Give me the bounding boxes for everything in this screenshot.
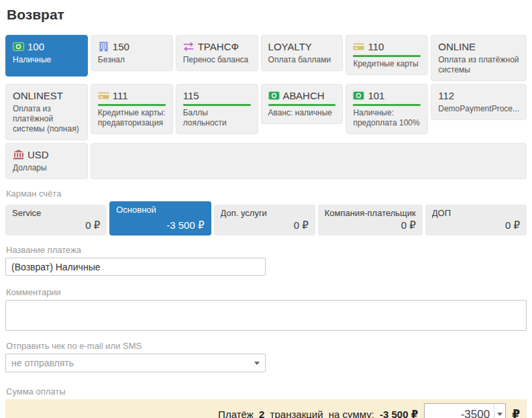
active-underline (353, 104, 421, 106)
tile-code: 115 (183, 89, 199, 102)
page-title: Возврат (7, 7, 527, 23)
transfer-arrows-icon (183, 42, 195, 52)
active-underline (353, 55, 421, 57)
tile-code: 100 (28, 40, 44, 53)
active-underline (183, 104, 251, 106)
active-underline (268, 104, 336, 106)
tile-subtitle: Оплата из платёжной системы (438, 55, 519, 75)
tile-subtitle: Доллары (13, 163, 81, 173)
sum-prefix: Платёж (218, 409, 254, 418)
tile-subtitle: Кредитные карты: предавторизация (98, 108, 166, 128)
tile-subtitle: DemoPaymentProce... (438, 104, 519, 114)
currency-symbol: ₽ (512, 407, 520, 418)
tile-code: USD (28, 148, 49, 161)
tile-subtitle: Оплата из платёжной системы (полная) (13, 104, 81, 134)
tile-code: 101 (368, 89, 384, 102)
tile-code: 150 (113, 40, 129, 53)
total-amount: -3 500 ₽ (380, 409, 418, 418)
tile-subtitle: Баллы лояльности (183, 108, 251, 128)
pocket-amount: 0 ₽ (432, 219, 520, 231)
payment-name-label: Название платежа (6, 245, 527, 255)
pocket-main[interactable]: Основной -3 500 ₽ (109, 201, 211, 236)
payment-method-tile-avansn[interactable]: АВАНСН Аванс: наличные (261, 84, 343, 124)
payment-method-tile-101[interactable]: 101 Наличные: предоплата 100% (345, 84, 428, 134)
cash-icon (353, 91, 364, 101)
pocket-service[interactable]: Service 0 ₽ (5, 205, 107, 236)
bank-icon (13, 150, 24, 160)
payment-method-tile-150[interactable]: 150 Безнал (91, 35, 173, 71)
payment-methods-grid: 100 Наличные 150 Безнал ТРАНСФ Перенос б… (5, 35, 527, 179)
transactions-word: транзакций (270, 409, 323, 418)
tile-code: 111 (113, 89, 128, 102)
pockets-label: Карман счёта (6, 189, 527, 199)
pocket-name: Доп. услуги (221, 208, 309, 218)
receipt-select[interactable]: не отправлять (5, 354, 266, 372)
pocket-dop[interactable]: ДОП 0 ₽ (425, 205, 527, 236)
sum-word: на сумму: (329, 409, 374, 418)
credit-card-icon (353, 42, 364, 52)
transaction-count: 2 (259, 409, 264, 418)
payment-method-tile-onlinest[interactable]: ONLINEST Оплата из платёжной системы (по… (5, 84, 88, 140)
tile-code: 112 (438, 89, 454, 102)
tile-code: LOYALTY (268, 40, 312, 53)
account-pockets: Service 0 ₽ Основной -3 500 ₽ Доп. услуг… (5, 201, 527, 236)
payment-method-tile-115[interactable]: 115 Баллы лояльности (176, 84, 258, 134)
tile-subtitle: Наличные: предоплата 100% (353, 108, 421, 128)
payment-method-tile-110[interactable]: 110 Кредитные карты (345, 35, 428, 75)
pocket-name: ДОП (432, 208, 520, 218)
tile-subtitle: Наличные (13, 55, 81, 65)
tile-subtitle: Перенос баланса (183, 55, 251, 65)
payment-name-input[interactable] (5, 258, 266, 276)
pocket-name: Service (12, 208, 100, 218)
building-icon (98, 42, 109, 52)
receipt-label: Отправить чек по e-mail или SMS (6, 341, 527, 351)
cash-icon (13, 42, 24, 52)
tile-code: ONLINEST (13, 89, 63, 102)
pocket-name: Компания-плательщик (325, 208, 416, 218)
chevron-down-icon (254, 362, 260, 365)
payment-method-tile-usd[interactable]: USD Доллары (5, 143, 88, 179)
active-underline (98, 104, 166, 106)
pocket-extra-services[interactable]: Доп. услуги 0 ₽ (214, 205, 315, 236)
empty-tile-area (91, 143, 527, 179)
tile-code: АВАНСН (283, 89, 325, 102)
receipt-selected-option: не отправлять (11, 358, 254, 368)
tile-code: ONLINE (438, 40, 476, 53)
comments-textarea[interactable] (5, 300, 527, 331)
chevron-down-icon (497, 413, 502, 416)
pocket-name: Основной (116, 205, 204, 215)
payment-method-tile-112[interactable]: 112 DemoPaymentProce... (431, 84, 527, 120)
pocket-amount: 0 ₽ (12, 219, 100, 231)
amount-input[interactable] (425, 404, 494, 418)
tile-subtitle: Кредитные карты (353, 59, 421, 69)
payment-method-tile-online[interactable]: ONLINE Оплата из платёжной системы (431, 35, 527, 81)
pocket-amount: -3 500 ₽ (116, 219, 204, 231)
payment-method-tile-111[interactable]: 111 Кредитные карты: предавторизация (91, 84, 173, 134)
pocket-amount: 0 ₽ (221, 219, 309, 231)
payment-sum-label: Сумма оплаты (6, 386, 527, 397)
payment-sum-bar: Платёж 2 транзакций на сумму: -3 500 ₽ ₽ (5, 399, 527, 418)
cash-icon (268, 91, 280, 101)
pocket-payer-company[interactable]: Компания-плательщик 0 ₽ (318, 205, 423, 236)
payment-method-tile-loyalty[interactable]: LOYALTY Оплата баллами (261, 35, 343, 71)
tile-code: ТРАНСФ (198, 40, 239, 53)
tile-subtitle: Оплата баллами (268, 55, 336, 65)
payment-sum-summary: Платёж 2 транзакций на сумму: -3 500 ₽ (215, 409, 418, 418)
tile-code: 110 (368, 40, 384, 53)
payment-method-tile-100[interactable]: 100 Наличные (5, 35, 88, 76)
amount-input-group (424, 403, 506, 418)
tile-subtitle: Аванс: наличные (268, 108, 336, 118)
payment-method-tile-transf[interactable]: ТРАНСФ Перенос баланса (176, 35, 258, 71)
credit-card-icon (98, 91, 109, 101)
amount-spinner[interactable] (494, 404, 505, 418)
pocket-amount: 0 ₽ (325, 219, 416, 231)
tile-subtitle: Безнал (98, 55, 166, 65)
comments-label: Комментарии (6, 287, 527, 297)
